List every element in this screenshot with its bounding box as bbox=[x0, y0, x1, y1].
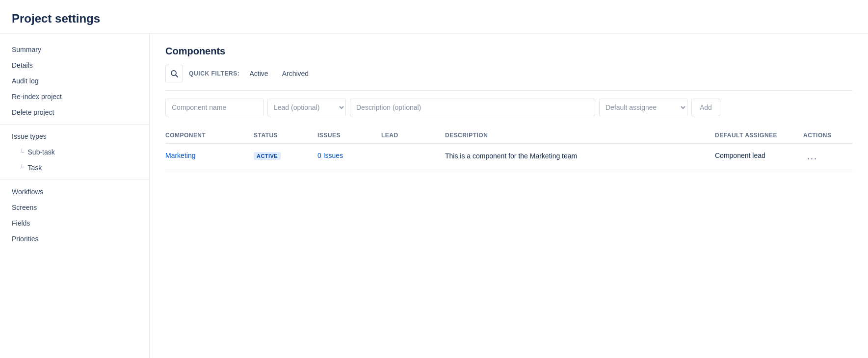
sidebar-child-label-task: Task bbox=[28, 164, 42, 172]
table-header: Component Status Issues Lead Description… bbox=[165, 128, 852, 144]
svg-line-1 bbox=[176, 75, 178, 77]
sidebar-item-delete-project[interactable]: Delete project bbox=[0, 104, 149, 120]
sidebar-item-screens[interactable]: Screens bbox=[0, 200, 149, 215]
sidebar-divider-2 bbox=[0, 179, 149, 180]
sidebar-item-priorities[interactable]: Priorities bbox=[0, 231, 149, 247]
actions-menu-button[interactable]: ··· bbox=[803, 152, 844, 166]
sidebar-section-issue-types: Issue types bbox=[0, 128, 149, 144]
content-title: Components bbox=[165, 46, 852, 57]
default-assignee-select[interactable]: Default assignee bbox=[599, 99, 687, 116]
cell-default-assignee: Component lead bbox=[715, 152, 803, 159]
issues-link[interactable]: 0 Issues bbox=[317, 152, 343, 159]
col-header-actions: Actions bbox=[803, 132, 852, 139]
main-content: Summary Details Audit log Re-index proje… bbox=[0, 34, 868, 358]
col-header-status: Status bbox=[254, 132, 317, 139]
col-header-default-assignee: Default assignee bbox=[715, 132, 803, 139]
sidebar-child-label-sub-task: Sub-task bbox=[28, 148, 55, 156]
cell-actions: ··· bbox=[803, 152, 852, 166]
filter-active[interactable]: Active bbox=[246, 68, 272, 79]
sidebar-item-re-index-project[interactable]: Re-index project bbox=[0, 89, 149, 104]
components-table: Component Status Issues Lead Description… bbox=[165, 128, 852, 172]
sidebar-item-summary[interactable]: Summary bbox=[0, 42, 149, 57]
col-header-issues: Issues bbox=[317, 132, 381, 139]
quick-filters-label: QUICK FILTERS: bbox=[189, 70, 240, 77]
col-header-description: Description bbox=[445, 132, 715, 139]
filter-archived[interactable]: Archived bbox=[278, 68, 313, 79]
component-link-marketing[interactable]: Marketing bbox=[165, 152, 195, 159]
tree-line-icon-2: └ bbox=[20, 164, 24, 171]
sidebar-item-audit-log[interactable]: Audit log bbox=[0, 73, 149, 89]
page-layout: Project settings Summary Details Audit l… bbox=[0, 0, 868, 358]
add-component-row: Lead (optional) Default assignee Add bbox=[165, 99, 852, 116]
sidebar-item-details[interactable]: Details bbox=[0, 57, 149, 73]
sidebar-divider-1 bbox=[0, 124, 149, 125]
cell-status: ACTIVE bbox=[254, 152, 317, 160]
page-header: Project settings bbox=[0, 0, 868, 34]
col-header-lead: Lead bbox=[381, 132, 445, 139]
status-badge: ACTIVE bbox=[254, 152, 281, 160]
sidebar: Summary Details Audit log Re-index proje… bbox=[0, 34, 150, 358]
col-header-component: Component bbox=[165, 132, 254, 139]
search-icon bbox=[170, 70, 178, 77]
lead-select[interactable]: Lead (optional) bbox=[267, 99, 346, 116]
search-button[interactable] bbox=[165, 65, 183, 82]
filters-bar: QUICK FILTERS: Active Archived bbox=[165, 65, 852, 91]
sidebar-item-task[interactable]: └ Task bbox=[0, 160, 149, 176]
component-name-input[interactable] bbox=[165, 99, 263, 116]
table-row: Marketing ACTIVE 0 Issues This is a comp… bbox=[165, 146, 852, 172]
page-title: Project settings bbox=[12, 12, 852, 26]
sidebar-item-fields[interactable]: Fields bbox=[0, 215, 149, 231]
cell-component: Marketing bbox=[165, 152, 254, 159]
tree-line-icon: └ bbox=[20, 149, 24, 155]
cell-description: This is a component for the Marketing te… bbox=[445, 152, 715, 161]
sidebar-item-workflows[interactable]: Workflows bbox=[0, 184, 149, 200]
content-area: Components QUICK FILTERS: Active Archive… bbox=[150, 34, 868, 358]
cell-issues: 0 Issues bbox=[317, 152, 381, 159]
add-button[interactable]: Add bbox=[691, 99, 720, 116]
description-input[interactable] bbox=[350, 99, 595, 116]
sidebar-item-sub-task[interactable]: └ Sub-task bbox=[0, 144, 149, 160]
